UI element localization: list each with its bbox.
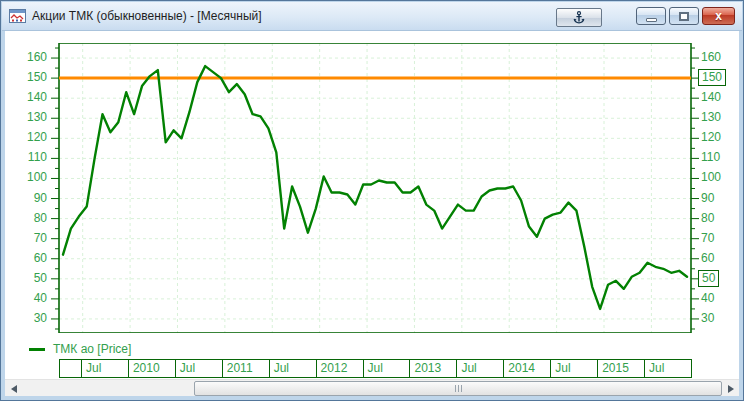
scroll-right-arrow[interactable] <box>722 380 739 397</box>
y-tick-label: 40 <box>1 291 47 305</box>
y-tick-label: 160 <box>1 50 47 64</box>
y-tick-label: 80 <box>1 211 47 225</box>
y-tick-label-right: 130 <box>701 110 721 124</box>
right-arrow-icon <box>728 385 734 393</box>
close-icon: x <box>715 10 722 22</box>
y-tick-label-right: 140 <box>701 90 721 104</box>
x-tick-label: Jul <box>456 360 503 377</box>
y-tick-label-right: 160 <box>701 50 721 64</box>
y-tick-label-right: 40 <box>701 291 714 305</box>
anchor-button[interactable] <box>556 8 602 27</box>
legend: ТМК ао [Price] <box>29 342 131 356</box>
x-band-stub <box>59 360 81 377</box>
y-tick-label-right: 110 <box>701 150 720 164</box>
anchor-icon <box>573 11 585 24</box>
y-tick-label: 70 <box>1 231 47 245</box>
scroll-left-arrow[interactable] <box>5 380 22 397</box>
y-tick-label: 60 <box>1 251 47 265</box>
x-tick-label: 2013 <box>409 360 456 377</box>
y-tick-label: 100 <box>1 170 47 184</box>
horizontal-scrollbar[interactable] <box>5 379 739 396</box>
x-tick-label: Jul <box>269 360 316 377</box>
last-price-box: 50 <box>698 270 719 287</box>
chart-window: Акции ТМК (обыкновенные) - [Месячный] x … <box>0 0 744 401</box>
chart-window-icon <box>9 9 26 23</box>
left-arrow-icon <box>11 385 17 393</box>
y-tick-label: 50 <box>1 271 47 285</box>
x-tick-label: 2010 <box>128 360 175 377</box>
y-tick-label-right: 120 <box>701 130 721 144</box>
close-button[interactable]: x <box>702 7 735 25</box>
x-tick-label: 2014 <box>503 360 550 377</box>
x-tick-label: Jul <box>175 360 222 377</box>
restore-button[interactable] <box>669 7 699 25</box>
y-tick-label: 90 <box>1 191 47 205</box>
window-title: Акции ТМК (обыкновенные) - [Месячный] <box>32 9 262 23</box>
price-chart-plot <box>51 43 699 333</box>
x-tick-label: 2015 <box>597 360 644 377</box>
y-tick-label: 130 <box>1 110 47 124</box>
x-tick-label: Jul <box>550 360 597 377</box>
y-tick-label: 30 <box>1 311 47 325</box>
x-tick-label: Jul <box>644 360 692 377</box>
y-tick-label: 110 <box>1 150 47 164</box>
x-tick-label: 2012 <box>316 360 363 377</box>
restore-icon <box>679 12 689 21</box>
y-tick-label-right: 70 <box>701 231 714 245</box>
y-tick-label: 120 <box>1 130 47 144</box>
title-bar: Акции ТМК (обыкновенные) - [Месячный] x <box>2 2 742 31</box>
x-tick-label: Jul <box>363 360 410 377</box>
minimize-button[interactable] <box>636 7 666 25</box>
y-tick-label-right: 80 <box>701 211 714 225</box>
y-tick-label: 140 <box>1 90 47 104</box>
price-line <box>63 66 687 309</box>
scrollbar-thumb[interactable] <box>194 381 722 396</box>
y-tick-label-right: 90 <box>701 191 714 205</box>
x-tick-label: Jul <box>81 360 128 377</box>
x-axis-band: Jul2010Jul2011Jul2012Jul2013Jul2014Jul20… <box>59 359 692 378</box>
hline-level-box: 150 <box>698 69 726 86</box>
legend-label: ТМК ао [Price] <box>53 342 131 356</box>
y-tick-label-right: 30 <box>701 311 714 325</box>
y-tick-label: 150 <box>1 70 47 84</box>
y-tick-label-right: 100 <box>701 170 721 184</box>
x-tick-label: 2011 <box>222 360 269 377</box>
minimize-icon <box>646 18 657 22</box>
y-tick-label-right: 60 <box>701 251 714 265</box>
legend-line-sample <box>29 348 45 351</box>
